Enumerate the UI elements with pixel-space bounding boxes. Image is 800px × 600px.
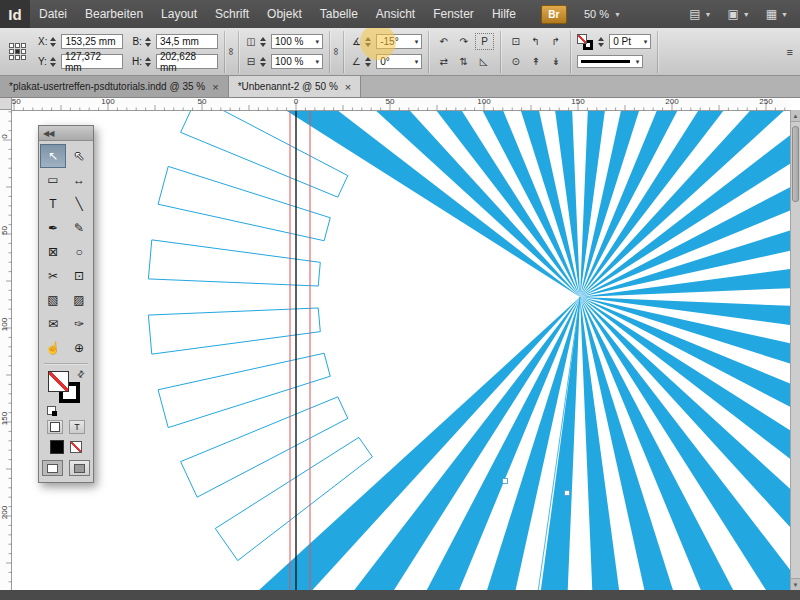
menu-item-datei[interactable]: Datei	[30, 0, 76, 28]
tools-panel-header[interactable]: ◀◀	[39, 126, 93, 141]
rotation-spinner[interactable]	[365, 37, 373, 47]
gradient-swatch-tool[interactable]: ▧	[40, 288, 66, 312]
y-spinner[interactable]	[50, 57, 58, 67]
width-spinner[interactable]	[145, 37, 153, 47]
x-spinner[interactable]	[50, 37, 58, 47]
ref-pt[interactable]	[21, 49, 26, 54]
hand-tool[interactable]: ☝	[40, 336, 66, 360]
formatting-affects-text-button[interactable]: T	[69, 420, 85, 434]
zoom-level-select[interactable]: 50 % ▼	[579, 6, 626, 22]
note-tool[interactable]: ✉	[40, 312, 66, 336]
scale-x-spinner[interactable]	[260, 37, 268, 47]
ref-pt[interactable]	[21, 55, 26, 60]
tab-close-icon[interactable]: ×	[345, 81, 351, 93]
flip-vertical-button[interactable]: ⇅	[455, 54, 472, 69]
direct-selection-tool[interactable]: ↖	[66, 144, 92, 168]
flip-horizontal-button[interactable]: ⇄	[435, 54, 452, 69]
ref-pt[interactable]	[9, 49, 14, 54]
fill-none-swatch[interactable]	[577, 34, 587, 44]
default-fill-stroke-icon[interactable]	[47, 406, 56, 415]
menu-item-objekt[interactable]: Objekt	[258, 0, 311, 28]
page-tool[interactable]: ▭	[40, 168, 66, 192]
width-input[interactable]: 34,5 mm	[156, 34, 218, 49]
ref-pt[interactable]	[21, 43, 26, 48]
select-container-button[interactable]: ⊡	[507, 34, 524, 49]
clear-transformations-button[interactable]: ◺	[475, 54, 492, 69]
eyedropper-tool[interactable]: ✑	[66, 312, 92, 336]
x-input[interactable]: 153,25 mm	[61, 34, 123, 49]
height-input[interactable]: 202,628 mm	[156, 54, 218, 69]
gradient-feather-tool[interactable]: ▨	[66, 288, 92, 312]
ref-pt[interactable]	[15, 55, 20, 60]
scrollbar-thumb[interactable]	[792, 126, 799, 202]
chevron-down-icon[interactable]: ▾	[313, 58, 320, 66]
ref-pt[interactable]	[9, 55, 14, 60]
shear-angle-input[interactable]: 0°▾	[376, 54, 422, 69]
select-child-button[interactable]: ↡	[547, 54, 564, 69]
fill-none-color-swatch[interactable]	[48, 371, 69, 392]
line-tool[interactable]: ╲	[66, 192, 92, 216]
apply-none-button[interactable]	[70, 441, 82, 453]
swap-fill-stroke-icon[interactable]: ⇄	[75, 368, 87, 380]
scroll-up-button[interactable]: ▲	[791, 110, 800, 122]
collapse-panel-icon[interactable]: ◀◀	[43, 129, 53, 138]
screen-mode-button[interactable]: ▣ ▼	[727, 7, 749, 21]
horizontal-ruler[interactable]: 15010050050100150200250	[0, 97, 790, 111]
select-next-object-button[interactable]: ↱	[547, 34, 564, 49]
chevron-down-icon[interactable]: ▾	[412, 58, 419, 66]
select-previous-object-button[interactable]: ↰	[527, 34, 544, 49]
vertical-ruler[interactable]: 050100150200	[0, 110, 12, 590]
select-parent-button[interactable]: ↟	[527, 54, 544, 69]
document-tab[interactable]: *Unbenannt-2 @ 50 %×	[229, 76, 362, 97]
pen-tool[interactable]: ✒	[40, 216, 66, 240]
scissors-tool[interactable]: ✂	[40, 264, 66, 288]
rotate-90-cw-button[interactable]: ↷	[455, 34, 472, 49]
menu-item-layout[interactable]: Layout	[152, 0, 206, 28]
rotation-angle-input[interactable]: -15°▾	[376, 34, 422, 49]
scale-x-input[interactable]: 100 %▾	[271, 34, 323, 49]
select-content-button[interactable]: ⊙	[507, 54, 524, 69]
paragraph-style-button[interactable]: P	[475, 33, 494, 50]
rectangle-frame-tool[interactable]: ⊠	[40, 240, 66, 264]
type-tool[interactable]: T	[40, 192, 66, 216]
menu-item-tabelle[interactable]: Tabelle	[311, 0, 367, 28]
stroke-weight-input[interactable]: 0 Pt▾	[609, 34, 651, 49]
tab-close-icon[interactable]: ×	[212, 81, 218, 93]
ruler-origin-corner[interactable]	[0, 97, 12, 110]
height-spinner[interactable]	[145, 57, 153, 67]
reference-point-proxy[interactable]	[9, 43, 26, 60]
ref-pt[interactable]	[15, 43, 20, 48]
stroke-style-select[interactable]: ▾	[577, 55, 643, 68]
document-canvas[interactable]	[12, 110, 790, 590]
vertical-scrollbar[interactable]: ▲ ▼	[790, 110, 800, 590]
bridge-button[interactable]: Br	[541, 5, 567, 24]
preview-mode-button[interactable]	[69, 460, 90, 476]
selection-tool[interactable]: ↖	[40, 144, 66, 168]
document-tab[interactable]: *plakat-usertreffen-psdtutorials.indd @ …	[0, 76, 229, 97]
ref-pt[interactable]	[9, 43, 14, 48]
y-input[interactable]: 127,372 mm	[61, 54, 123, 69]
normal-view-mode-button[interactable]	[42, 460, 63, 476]
apply-color-button[interactable]	[50, 440, 64, 454]
zoom-tool[interactable]: ⊕	[66, 336, 92, 360]
menu-item-ansicht[interactable]: Ansicht	[367, 0, 424, 28]
scroll-down-button[interactable]: ▼	[791, 578, 800, 590]
formatting-affects-container-button[interactable]	[47, 420, 63, 434]
arrange-documents-button[interactable]: ▦ ▼	[766, 7, 788, 21]
gap-tool[interactable]: ↔	[66, 168, 92, 192]
menu-item-fenster[interactable]: Fenster	[424, 0, 483, 28]
pencil-tool[interactable]: ✎	[66, 216, 92, 240]
scale-y-spinner[interactable]	[260, 57, 268, 67]
menu-item-bearbeiten[interactable]: Bearbeiten	[76, 0, 152, 28]
constrain-scale-chain-icon[interactable]: ∞	[331, 48, 342, 55]
ref-pt-selected[interactable]	[15, 49, 20, 54]
rotate-90-ccw-button[interactable]: ↶	[435, 34, 452, 49]
fill-stroke-proxy[interactable]	[577, 34, 595, 50]
scale-y-input[interactable]: 100 %▾	[271, 54, 323, 69]
menu-item-schrift[interactable]: Schrift	[206, 0, 258, 28]
constrain-dimensions-chain-icon[interactable]: ∞	[226, 48, 237, 55]
chevron-down-icon[interactable]: ▾	[412, 38, 419, 46]
menu-item-hilfe[interactable]: Hilfe	[483, 0, 525, 28]
ellipse-tool[interactable]: ○	[66, 240, 92, 264]
shear-spinner[interactable]	[365, 57, 373, 67]
